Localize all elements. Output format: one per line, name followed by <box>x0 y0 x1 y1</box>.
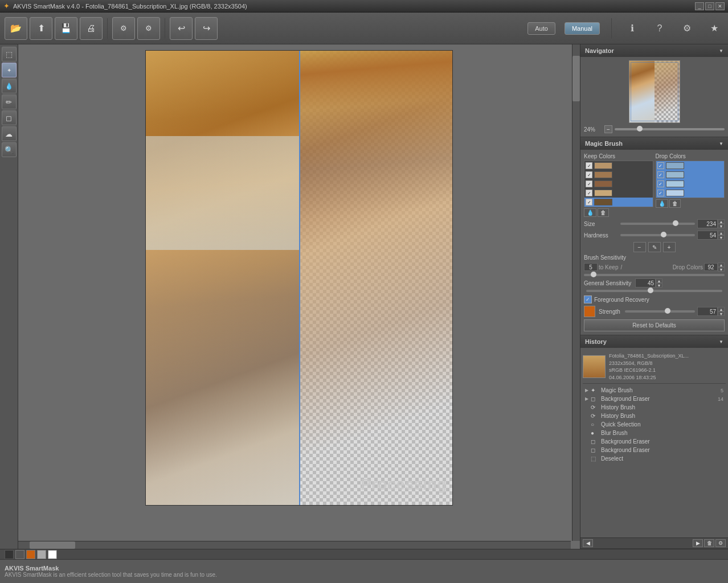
fg-color-swatch[interactable] <box>584 306 595 317</box>
dropper-tool[interactable]: 💧 <box>2 79 17 93</box>
general-sensitivity-slider[interactable] <box>586 290 722 292</box>
settings2-button[interactable]: ⚙ <box>137 17 160 40</box>
pencil-tool[interactable]: ✏ <box>2 95 17 109</box>
hardness-spin-up[interactable]: ▲ <box>718 231 725 235</box>
gen-sens-spin-up[interactable]: ▲ <box>656 278 662 283</box>
magic-brush-header[interactable]: Magic Brush ▼ <box>580 137 728 150</box>
keep-color-row-4[interactable]: ✓ <box>584 188 653 198</box>
settings1-button[interactable]: ⚙ <box>112 17 135 40</box>
drop-color-row-1[interactable]: ✓ <box>656 161 725 170</box>
history-header[interactable]: History ▼ <box>580 335 728 348</box>
save-file-button[interactable]: 💾 <box>55 17 77 40</box>
canvas-divider[interactable] <box>299 51 300 505</box>
drop-colors-spin-up[interactable]: ▲ <box>718 262 725 267</box>
undo-button[interactable]: ↩ <box>170 17 193 40</box>
to-keep-value[interactable]: 5 <box>584 263 598 271</box>
gear-button[interactable]: ⚙ <box>678 19 696 38</box>
canvas-scrollbar-vertical[interactable] <box>572 44 580 541</box>
select-tool[interactable]: ⬚ <box>2 47 17 61</box>
keep-color-row-5[interactable]: ✓ <box>584 198 653 207</box>
drop-color-pick[interactable]: 💧 <box>656 199 668 208</box>
help-button[interactable]: ? <box>651 19 669 38</box>
size-slider-thumb[interactable] <box>673 220 678 226</box>
keep-color-check-4[interactable]: ✓ <box>586 190 592 196</box>
brush-plus-btn[interactable]: + <box>663 242 676 252</box>
drop-colors-spin-down[interactable]: ▼ <box>718 267 725 272</box>
history-back-button[interactable]: ◀ <box>583 539 593 547</box>
nav-zoom-thumb[interactable] <box>637 126 643 132</box>
history-item-magic-brush[interactable]: ▶ ✦ Magic Brush 5 <box>583 386 726 395</box>
hardness-slider-thumb[interactable] <box>661 232 666 237</box>
brush-minus-btn[interactable]: − <box>633 242 646 252</box>
history-item-history-brush1[interactable]: ⟳ History Brush <box>583 403 726 412</box>
smudge-tool[interactable]: ☁ <box>2 126 17 141</box>
drop-color-delete[interactable]: 🗑 <box>669 199 681 208</box>
swatch-1[interactable] <box>5 550 14 559</box>
history-item-blur-brush[interactable]: ● Blur Brush <box>583 429 726 437</box>
reset-defaults-button[interactable]: Reset to Defaults <box>584 319 725 331</box>
history-config-button[interactable]: ⚙ <box>715 539 726 547</box>
zoom-tool[interactable]: 🔍 <box>2 142 17 157</box>
hardness-slider[interactable] <box>620 234 695 236</box>
manual-mode-button[interactable]: Manual <box>565 22 600 35</box>
strength-spin-down[interactable]: ▼ <box>718 311 725 316</box>
size-value[interactable]: 234 <box>697 219 718 228</box>
drop-color-row-2[interactable]: ✓ <box>656 170 725 179</box>
swatch-2[interactable] <box>15 550 24 559</box>
history-item-deselect[interactable]: ⬚ Deselect <box>583 454 726 463</box>
drop-color-row-3[interactable]: ✓ <box>656 179 725 188</box>
eraser-tool[interactable]: ◻ <box>2 110 17 125</box>
history-item-bg-eraser[interactable]: ▶ ◻ Background Eraser 14 <box>583 395 726 403</box>
canvas-scrollbar-horizontal[interactable] <box>18 541 571 549</box>
nav-zoom-slider[interactable] <box>615 128 725 130</box>
magic-brush-tool[interactable]: ✦ <box>2 63 17 77</box>
history-item-history-brush2[interactable]: ⟳ History Brush <box>583 412 726 420</box>
general-sensitivity-value[interactable]: 45 <box>635 278 656 288</box>
nav-zoom-minus[interactable]: − <box>604 125 612 133</box>
strength-spin-up[interactable]: ▲ <box>718 307 725 311</box>
sensitivity-slider-thumb[interactable] <box>591 272 596 277</box>
keep-color-row-2[interactable]: ✓ <box>584 170 653 179</box>
canvas-area[interactable]: Processing <box>18 44 580 549</box>
history-item-bg-eraser2[interactable]: ◻ Background Eraser <box>583 437 726 446</box>
keep-color-pick[interactable]: 💧 <box>584 208 596 217</box>
keep-color-row-3[interactable]: ✓ <box>584 179 653 188</box>
info-button[interactable]: ℹ <box>623 19 641 38</box>
strength-slider[interactable] <box>625 310 695 313</box>
close-button[interactable]: ✕ <box>715 2 725 10</box>
strength-value[interactable]: 57 <box>697 307 718 316</box>
history-item-bg-eraser3[interactable]: ◻ Background Eraser <box>583 446 726 454</box>
minimize-button[interactable]: _ <box>695 2 704 10</box>
drop-color-check-4[interactable]: ✓ <box>657 190 664 196</box>
keep-color-check-1[interactable]: ✓ <box>586 162 592 169</box>
save-plugin-button[interactable]: ⬆ <box>30 17 52 40</box>
history-play-button[interactable]: ▶ <box>693 539 703 547</box>
size-slider[interactable] <box>620 223 695 225</box>
sensitivity-slider[interactable] <box>584 274 725 276</box>
keep-color-row-1[interactable]: ✓ <box>584 161 653 170</box>
swatch-5[interactable] <box>48 550 57 559</box>
drop-color-check-2[interactable]: ✓ <box>657 171 664 178</box>
navigator-header[interactable]: Navigator ▼ <box>580 44 728 57</box>
print-button[interactable]: 🖨 <box>80 17 103 40</box>
keep-color-check-3[interactable]: ✓ <box>586 180 592 187</box>
open-button[interactable]: 📂 <box>5 17 27 40</box>
hardness-value[interactable]: 54 <box>697 231 718 240</box>
keep-color-check-2[interactable]: ✓ <box>586 171 592 178</box>
swatch-4[interactable] <box>37 550 46 559</box>
drop-color-check-3[interactable]: ✓ <box>657 180 664 187</box>
brush-edit-btn[interactable]: ✎ <box>648 242 661 252</box>
drop-color-row-4[interactable]: ✓ <box>656 188 725 198</box>
size-spin-down[interactable]: ▼ <box>718 224 725 228</box>
hardness-spin-down[interactable]: ▼ <box>718 235 725 240</box>
size-spin-up[interactable]: ▲ <box>718 219 725 224</box>
strength-slider-thumb[interactable] <box>665 308 670 314</box>
keep-color-check-5[interactable]: ✓ <box>586 199 592 206</box>
swatch-3[interactable] <box>26 550 35 559</box>
gen-sens-slider-thumb[interactable] <box>648 288 653 293</box>
fg-recovery-checkbox[interactable]: ✓ <box>584 295 592 303</box>
history-item-quick-selection[interactable]: ○ Quick Selection <box>583 420 726 429</box>
history-delete-button[interactable]: 🗑 <box>704 539 714 547</box>
drop-colors-value[interactable]: 92 <box>704 263 718 271</box>
redo-button[interactable]: ↪ <box>195 17 218 40</box>
